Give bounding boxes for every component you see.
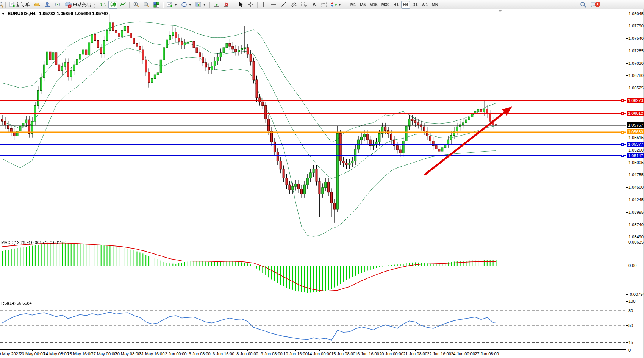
- rsi-panel-canvas[interactable]: [0, 300, 626, 349]
- cursor-tool-button[interactable]: [237, 1, 245, 9]
- price-tick: 1.08045: [628, 11, 644, 16]
- candlestick-mode-button[interactable]: [108, 1, 117, 9]
- timeframe-m5-button[interactable]: M5: [358, 1, 367, 9]
- indicators-button[interactable]: ▼: [165, 1, 179, 9]
- indicators-icon: [167, 2, 173, 8]
- vertical-line-tool-button[interactable]: [259, 1, 268, 9]
- profile-icon: [44, 2, 51, 8]
- timeframe-mn-button[interactable]: MN: [430, 1, 440, 9]
- clock-icon: [181, 2, 187, 8]
- template-icon: [195, 2, 202, 8]
- price-tick: 1.05515: [628, 135, 644, 140]
- price-tick-mark: [626, 212, 628, 213]
- price-axis-line[interactable]: [626, 9, 626, 350]
- timeframe-m15-button[interactable]: M15: [368, 1, 379, 9]
- date-tick-mark: [104, 349, 104, 351]
- date-tick-mark: [272, 349, 272, 351]
- mt4-terminal: { "toolbar": { "new_order_label": "新订单",…: [0, 0, 644, 358]
- signals-button[interactable]: [53, 1, 63, 9]
- zoom-out-button[interactable]: [142, 1, 151, 9]
- price-tick-mark: [626, 163, 628, 163]
- market-watch-button[interactable]: [43, 1, 52, 9]
- macd-tick-mark: [626, 294, 628, 295]
- auto-scroll-button[interactable]: [212, 1, 221, 9]
- price-tick: 1.05005: [628, 160, 644, 165]
- auto-trading-button[interactable]: 自动交易: [63, 1, 92, 9]
- new-order-button[interactable]: 新订单: [8, 1, 31, 9]
- auto-scroll-icon: [213, 2, 219, 8]
- rsi-tick: 0: [628, 348, 631, 353]
- rsi-tick-mark: [626, 350, 628, 350]
- price-tick-mark: [626, 75, 628, 76]
- price-line-label: 1.06012: [627, 111, 644, 116]
- rsi-tick-mark: [626, 325, 628, 326]
- chart-title: ▼ EURUSD-,H4 1.05782 1.05856 1.05696 1.0…: [2, 11, 108, 16]
- price-line-label: 1.05630: [627, 129, 644, 134]
- date-tick-mark: [391, 349, 392, 351]
- zoom-in-icon: [133, 2, 139, 8]
- search-button[interactable]: [578, 1, 588, 9]
- zoom-in-button[interactable]: [131, 1, 141, 9]
- text-tool-button[interactable]: A: [310, 1, 319, 9]
- panel-splitter-rsi[interactable]: [0, 299, 644, 300]
- date-tick-mark: [295, 349, 296, 351]
- dropdown-arrow-icon: ▼: [174, 3, 177, 6]
- price-line-label: 1.05767: [627, 122, 644, 128]
- price-tick: 1.03995: [628, 210, 644, 215]
- bar-chart-mode-button[interactable]: [98, 1, 108, 9]
- arrows-tool-button[interactable]: ▼: [329, 1, 343, 9]
- panel-splitter-macd[interactable]: [0, 238, 644, 239]
- price-tick-mark: [626, 14, 628, 14]
- timeframe-d1-button[interactable]: D1: [411, 1, 419, 9]
- crosshair-tool-button[interactable]: [246, 1, 255, 9]
- toolbar-separator: [257, 2, 258, 8]
- timeframe-m1-button[interactable]: M1: [349, 1, 358, 9]
- timeframe-h1-button[interactable]: H1: [392, 1, 400, 9]
- gold-bar-icon: [34, 2, 41, 7]
- chart-expand-icon[interactable]: ▼: [2, 12, 5, 16]
- date-tick-mark: [56, 349, 56, 351]
- price-line-label: 1.05377: [627, 142, 644, 147]
- timeframe-m30-button[interactable]: M30: [380, 1, 391, 9]
- equidistant-channel-tool-button[interactable]: E: [289, 1, 299, 9]
- price-tick: 1.07285: [628, 48, 644, 53]
- date-tick-mark: [176, 349, 176, 351]
- fibonacci-tool-button[interactable]: F: [299, 1, 309, 9]
- main-chart-canvas[interactable]: [0, 9, 626, 238]
- chart-ohlc-values: 1.05782 1.05856 1.05696 1.05767: [39, 11, 109, 16]
- chart-symbol-period: EURUSD-,H4: [8, 11, 35, 16]
- date-tick-mark: [224, 349, 224, 351]
- trendline-icon: [280, 2, 286, 8]
- timeframe-w1-button[interactable]: W1: [420, 1, 430, 9]
- toolbar-separator: [129, 2, 130, 8]
- trendline-tool-button[interactable]: [279, 1, 288, 9]
- timeframe-h4-button[interactable]: H4: [401, 1, 410, 9]
- line-chart-mode-button[interactable]: [118, 1, 127, 9]
- periods-button[interactable]: ▼: [180, 1, 193, 9]
- macd-tick-mark: [626, 242, 628, 242]
- price-tick: 1.03740: [628, 222, 644, 227]
- chart-shift-button[interactable]: [222, 1, 231, 9]
- notifications-button[interactable]: 1: [589, 1, 599, 9]
- horizontal-line-icon: [270, 2, 277, 7]
- svg-text:T: T: [322, 2, 325, 7]
- dropdown-arrow-icon: ▼: [189, 3, 192, 6]
- clipped-edge-icon: [0, 1, 4, 8]
- toolbar-grip: [94, 2, 97, 8]
- date-tick-mark: [367, 349, 367, 351]
- date-tick-mark: [319, 349, 320, 351]
- price-tick-mark: [626, 200, 628, 200]
- date-tick-mark: [8, 349, 8, 351]
- macd-panel-canvas[interactable]: [0, 239, 626, 299]
- horizontal-line-tool-button[interactable]: [269, 1, 278, 9]
- tile-windows-button[interactable]: [152, 1, 161, 9]
- line-chart-icon: [120, 2, 126, 8]
- dropdown-arrow-icon: ▼: [338, 3, 341, 6]
- text-label-icon: T: [321, 2, 327, 8]
- text-label-tool-button[interactable]: T: [319, 1, 328, 9]
- chart-shift-marker[interactable]: [498, 10, 502, 12]
- charts-profile-button[interactable]: [32, 1, 42, 9]
- dropdown-arrow-icon: ▼: [203, 3, 206, 6]
- timeframe-group: M1M5M15M30H1H4D1W1MN: [349, 1, 440, 9]
- templates-button[interactable]: ▼: [194, 1, 208, 9]
